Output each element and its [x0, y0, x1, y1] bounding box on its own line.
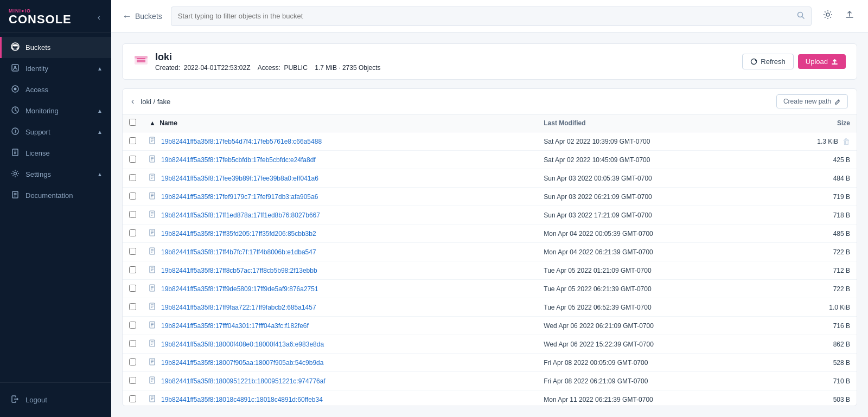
row-checkbox[interactable]	[129, 303, 136, 310]
file-name[interactable]: 19b82441ff5a35f8:17feb54d7f4:17feb5761e8…	[161, 138, 322, 145]
file-table-scroll: ▲ Name Last Modified Size	[123, 114, 857, 406]
search-input[interactable]	[178, 12, 793, 20]
row-checkbox[interactable]	[129, 322, 136, 329]
file-name[interactable]: 19b82441ff5a35f8:17fff04a301:17fff04a3fc…	[161, 322, 309, 330]
sidebar-item-settings[interactable]: Settings ▲	[0, 164, 111, 185]
file-size: 710 B	[833, 377, 850, 385]
svg-point-19	[826, 13, 829, 16]
row-modified-cell: Sun Apr 03 2022 17:21:09 GMT-0700	[537, 206, 750, 224]
file-name[interactable]: 19b82441ff5a35f8:17ff1ed878a:17ff1ed8b76…	[161, 211, 320, 219]
breadcrumb-label: Buckets	[135, 12, 162, 21]
file-name[interactable]: 19b82441ff5a35f8:18007f905aa:18007f905ab…	[161, 359, 323, 367]
table-row: 19b82441ff5a35f8:17ff1ed878a:17ff1ed8b76…	[123, 206, 857, 224]
refresh-button[interactable]: Refresh	[742, 54, 794, 69]
file-size: 719 B	[833, 193, 850, 201]
bucket-meta: Created: 2022-04-01T22:53:02Z Access: PU…	[155, 64, 381, 72]
name-column-header[interactable]: ▲ Name	[143, 114, 537, 132]
row-size-cell: 710 B	[750, 372, 857, 390]
create-path-button[interactable]: Create new path	[776, 94, 848, 108]
select-all-checkbox[interactable]	[129, 119, 136, 126]
file-name[interactable]: 19b82441ff5a35f8:17ff4b7fc7f:17ff4b8006b…	[161, 248, 316, 256]
row-size-cell: 722 B	[750, 243, 857, 261]
file-name[interactable]: 19b82441ff5a35f8:17ff9faa722:17ff9fabcb2…	[161, 304, 316, 311]
sidebar-item-identity-label: Identity	[25, 65, 48, 73]
documentation-icon	[10, 190, 20, 201]
support-icon	[10, 127, 20, 137]
row-checkbox-cell	[123, 243, 143, 261]
row-name-cell: 19b82441ff5a35f8:17ff4b7fc7f:17ff4b8006b…	[143, 243, 537, 261]
row-checkbox[interactable]	[129, 193, 136, 200]
sidebar-item-support[interactable]: Support ▲	[0, 121, 111, 143]
table-row: 19b82441ff5a35f8:17ff4b7fc7f:17ff4b8006b…	[123, 243, 857, 261]
settings-button[interactable]	[820, 7, 835, 25]
row-checkbox[interactable]	[129, 395, 136, 402]
file-size: 722 B	[833, 285, 850, 293]
file-name[interactable]: 19b82441ff5a35f8:18000f408e0:18000f413a6…	[161, 341, 324, 348]
file-name[interactable]: 19b82441ff5a35f8:17ff8cb57ac:17ff8cb5b98…	[161, 267, 317, 274]
file-browser: ‹ loki / fake Create new path	[122, 88, 857, 406]
sidebar-item-logout[interactable]: Logout	[0, 389, 111, 410]
main-content: ← Buckets loki	[111, 0, 868, 417]
path-back-button[interactable]: ‹	[131, 97, 134, 106]
file-name[interactable]: 19b82441ff5a35f8:17ff9de5809:17ff9de5af9…	[161, 285, 318, 293]
size-column-header[interactable]: Size	[750, 114, 857, 132]
sidebar-item-monitoring-label: Monitoring	[25, 107, 59, 115]
row-name-cell: 19b82441ff5a35f8:17ff35fd205:17ff35fd206…	[143, 224, 537, 243]
sidebar-item-identity[interactable]: Identity ▲	[0, 58, 111, 79]
table-header: ▲ Name Last Modified Size	[123, 114, 857, 132]
file-name[interactable]: 19b82441ff5a35f8:17ff35fd205:17ff35fd206…	[161, 230, 316, 238]
row-modified-cell: Sat Apr 02 2022 10:45:09 GMT-0700	[537, 151, 750, 169]
row-name-cell: 19b82441ff5a35f8:18007f905aa:18007f905ab…	[143, 354, 537, 372]
row-checkbox[interactable]	[129, 137, 136, 144]
breadcrumb-back-button[interactable]: ←	[122, 11, 132, 21]
row-checkbox[interactable]	[129, 285, 136, 292]
file-size: 718 B	[833, 211, 850, 219]
buckets-icon	[10, 42, 20, 53]
svg-point-3	[14, 66, 16, 68]
sidebar-item-license[interactable]: License	[0, 143, 111, 164]
sidebar-item-buckets[interactable]: Buckets	[0, 37, 111, 58]
logo: MINI●IO CONSOLE	[9, 9, 72, 25]
sidebar-item-logout-label: Logout	[25, 396, 47, 404]
row-checkbox[interactable]	[129, 377, 136, 384]
header: ← Buckets	[111, 0, 868, 33]
file-name[interactable]: 19b82441ff5a35f8:17feb5cbfdb:17feb5cbfdc…	[161, 156, 316, 164]
modified-column-header[interactable]: Last Modified	[537, 114, 750, 132]
sidebar-item-settings-label: Settings	[25, 170, 51, 178]
row-checkbox[interactable]	[129, 211, 136, 218]
file-table: ▲ Name Last Modified Size	[123, 114, 857, 406]
file-name[interactable]: 19b82441ff5a35f8:1800951221b:1800951221c…	[161, 377, 326, 385]
row-name-cell: 19b82441ff5a35f8:17ff8cb57ac:17ff8cb5b98…	[143, 261, 537, 280]
row-checkbox[interactable]	[129, 156, 136, 163]
upload-header-button[interactable]	[842, 7, 857, 25]
row-modified-cell: Tue Apr 05 2022 01:21:09 GMT-0700	[537, 261, 750, 280]
current-path: loki / fake	[141, 98, 170, 106]
delete-icon[interactable]: 🗑	[843, 137, 850, 146]
row-size-cell: 1.3 KiB 🗑	[750, 132, 857, 151]
search-icon	[797, 11, 805, 21]
file-name[interactable]: 19b82441ff5a35f8:18018c4891c:18018c4891d…	[161, 396, 323, 403]
row-checkbox-cell	[123, 372, 143, 390]
file-name[interactable]: 19b82441ff5a35f8:17fef9179c7:17fef917db3…	[161, 193, 318, 201]
upload-button[interactable]: Upload	[798, 54, 846, 69]
row-checkbox[interactable]	[129, 248, 136, 255]
sidebar-item-documentation[interactable]: Documentation	[0, 185, 111, 206]
row-modified-cell: Tue Apr 05 2022 06:21:39 GMT-0700	[537, 280, 750, 298]
row-checkbox-cell	[123, 317, 143, 335]
refresh-label: Refresh	[761, 57, 786, 66]
sidebar-item-access[interactable]: Access	[0, 79, 111, 100]
file-icon	[149, 376, 157, 386]
access-value: PUBLIC	[284, 64, 308, 72]
sidebar-collapse-button[interactable]: ‹	[95, 10, 103, 24]
row-checkbox-cell	[123, 280, 143, 298]
row-checkbox[interactable]	[129, 174, 136, 181]
row-name-cell: 19b82441ff5a35f8:17fef9179c7:17fef917db3…	[143, 188, 537, 206]
row-checkbox[interactable]	[129, 266, 136, 273]
row-checkbox[interactable]	[129, 340, 136, 347]
file-name[interactable]: 19b82441ff5a35f8:17fee39b89f:17fee39b8a0…	[161, 175, 318, 182]
sidebar-item-monitoring[interactable]: Monitoring ▲	[0, 100, 111, 121]
row-checkbox[interactable]	[129, 229, 136, 236]
file-size: 712 B	[833, 267, 850, 274]
row-name-cell: 19b82441ff5a35f8:17fff04a301:17fff04a3fc…	[143, 317, 537, 335]
row-checkbox[interactable]	[129, 358, 136, 365]
